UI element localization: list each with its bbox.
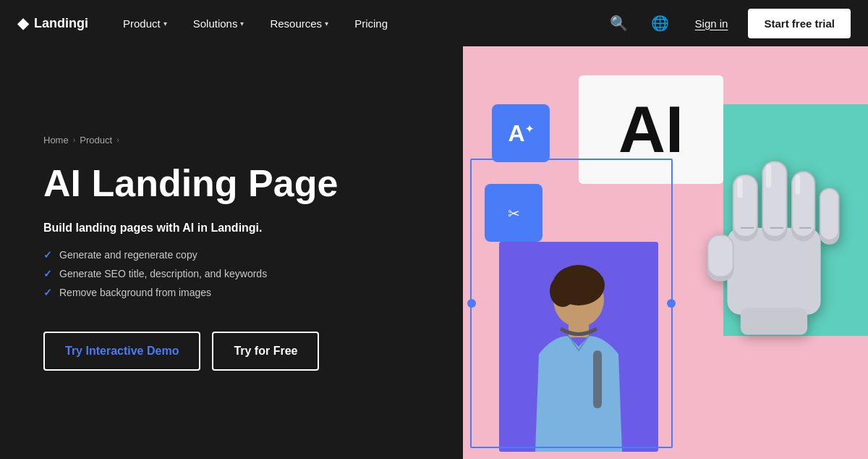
page-title: AI Landing Page [43, 163, 420, 204]
demo-button[interactable]: Try Interactive Demo [43, 332, 200, 371]
person-silhouette [499, 242, 658, 452]
person-photo-card [499, 242, 658, 452]
breadcrumb-separator: › [73, 135, 76, 144]
svg-rect-10 [709, 236, 733, 276]
nav-item-solutions[interactable]: Solutions ▾ [182, 12, 256, 35]
left-content: Home › Product › AI Landing Page Build l… [0, 46, 463, 459]
svg-rect-24 [766, 164, 771, 188]
check-icon: ✓ [43, 268, 52, 279]
check-icon: ✓ [43, 249, 52, 261]
logo-icon: ◆ [17, 14, 28, 32]
svg-text:✂: ✂ [508, 206, 520, 222]
nav-right: 🔍 🌐 Sign in Start free trial [604, 9, 851, 38]
check-icon: ✓ [43, 287, 52, 298]
features-list: ✓ Generate and regenerate copy ✓ Generat… [43, 249, 420, 306]
ai-star-icon: A✦ [508, 120, 533, 147]
svg-rect-23 [737, 178, 742, 198]
breadcrumb-separator-2: › [116, 135, 119, 144]
ai-text: AI [618, 97, 684, 162]
feature-item: ✓ Generate and regenerate copy [43, 249, 420, 261]
nav-links: Product ▾ Solutions ▾ Resources ▾ Pricin… [111, 12, 604, 35]
svg-rect-18 [821, 189, 838, 239]
search-button[interactable]: 🔍 [604, 12, 634, 35]
robot-hand-illustration [687, 133, 861, 336]
svg-rect-25 [796, 174, 800, 195]
nav-item-product[interactable]: Product ▾ [111, 12, 179, 35]
cta-buttons: Try Interactive Demo Try for Free [43, 332, 420, 371]
feature-text: Remove background from images [59, 287, 211, 298]
feature-item: ✓ Remove background from images [43, 287, 420, 298]
robot-hand-svg [687, 126, 861, 343]
main-wrapper: Home › Product › AI Landing Page Build l… [0, 46, 868, 459]
navigation: ◆ Landingi Product ▾ Solutions ▾ Resourc… [0, 0, 868, 46]
language-button[interactable]: 🌐 [645, 12, 675, 35]
hero-illustration: AI A✦ ✂ [463, 46, 868, 459]
ai-icon-card: A✦ [492, 104, 550, 162]
free-trial-button[interactable]: Try for Free [212, 332, 319, 371]
logo[interactable]: ◆ Landingi [17, 14, 88, 32]
svg-rect-7 [593, 350, 602, 408]
brand-name: Landingi [34, 16, 88, 31]
nav-item-resources[interactable]: Resources ▾ [258, 12, 340, 35]
start-trial-button[interactable]: Start free trial [748, 9, 851, 38]
scissors-icon-card: ✂ [485, 184, 542, 242]
search-icon: 🔍 [610, 14, 628, 32]
chevron-down-icon: ▾ [163, 20, 167, 28]
breadcrumb-home[interactable]: Home [43, 135, 69, 146]
sign-in-button[interactable]: Sign in [686, 12, 737, 35]
hero-subtitle: Build landing pages with AI in Landingi. [43, 222, 420, 235]
scissors-icon: ✂ [501, 200, 527, 226]
chevron-down-icon: ▾ [240, 20, 244, 28]
svg-rect-22 [741, 308, 807, 335]
breadcrumb: Home › Product › [43, 135, 420, 146]
svg-point-5 [550, 275, 576, 307]
nav-item-pricing[interactable]: Pricing [343, 12, 399, 35]
feature-text: Generate and regenerate copy [59, 249, 197, 261]
globe-icon: 🌐 [651, 14, 669, 32]
feature-text: Generate SEO title, description, and key… [59, 268, 267, 279]
chevron-down-icon: ▾ [325, 20, 328, 28]
breadcrumb-current: Product [80, 135, 112, 146]
feature-item: ✓ Generate SEO title, description, and k… [43, 268, 420, 279]
